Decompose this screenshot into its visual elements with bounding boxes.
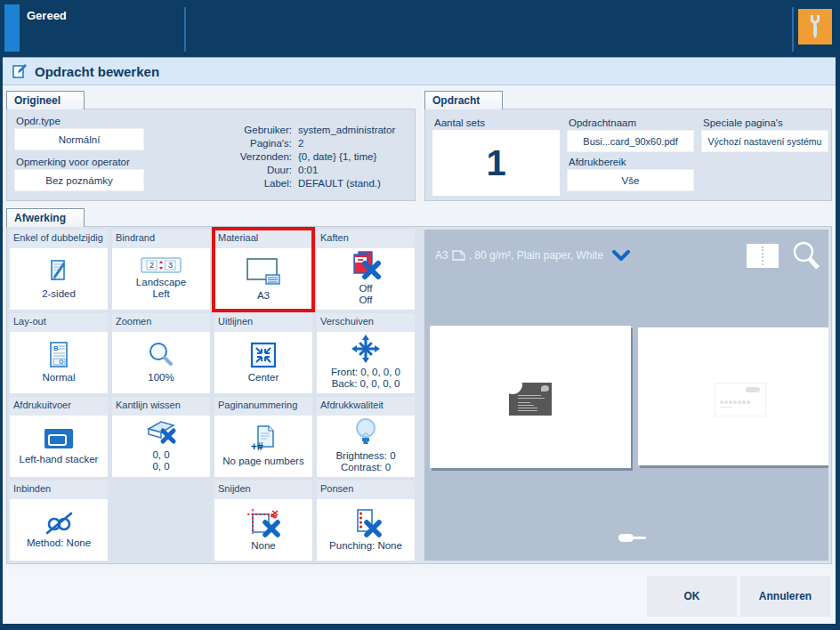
settings-button[interactable] (798, 9, 832, 44)
business-card-front (509, 383, 552, 416)
media-details-text: , 80 g/m², Plain paper, White (469, 249, 603, 262)
tile-kantlijn-wissen[interactable]: Kantlijn wissen 0, 0 0, 0 (112, 397, 210, 477)
tab-opdracht[interactable]: Opdracht (424, 91, 503, 109)
card-text-line (518, 402, 530, 403)
status-accent-bar (4, 4, 20, 52)
card-swoosh (509, 383, 522, 394)
preview-page-back[interactable] (638, 327, 828, 465)
move-arrows-icon (351, 334, 381, 364)
covers-off-icon (350, 250, 382, 280)
operator-note-label: Opmerking voor operator (14, 154, 144, 169)
application-window: Gereed Opdracht bewerken (0, 0, 840, 630)
cancel-button[interactable]: Annuleren (740, 576, 830, 617)
media-summary-dropdown[interactable]: A3 , 80 g/m², Plain paper, White (435, 249, 630, 262)
tab-origineel[interactable]: Origineel (6, 91, 85, 109)
info-row-pages: Pagina's:2 (194, 137, 408, 150)
info-row-duration: Duur:0:01 (194, 164, 408, 177)
tile-uitlijnen[interactable]: Uitlijnen Center (214, 313, 312, 393)
section-afwerking: Afwerking Enkel of dubbelzijdig 2- (6, 208, 832, 564)
tile-paginanummering[interactable]: Paginanummering +# No page numbers (214, 397, 312, 477)
tile-ponsen[interactable]: Ponsen Punching: None (317, 481, 415, 561)
tile-afdrukuitvoer[interactable]: Afdrukuitvoer Left-hand stacker (10, 397, 108, 477)
card-text-line (518, 398, 545, 399)
print-range-label: Afdrukbereik (567, 154, 694, 169)
align-center-icon (249, 341, 278, 369)
sheet-icon (452, 250, 465, 261)
print-range-button[interactable]: Vše (567, 169, 694, 191)
sets-count-value: 1 (486, 143, 505, 183)
card-dots (720, 400, 750, 404)
finishing-tiles-grid: Enkel of dubbelzijdig 2-sided (10, 230, 419, 561)
sets-count-button[interactable]: 1 (432, 130, 560, 196)
media-size-text: A3 (435, 249, 448, 262)
preview-page-front[interactable] (430, 326, 631, 468)
operator-note-button[interactable]: Bez poznámky (14, 169, 144, 191)
trim-cross-icon (246, 507, 281, 537)
booklet-view-icon[interactable] (747, 244, 779, 268)
status-text: Gereed (27, 9, 67, 22)
dialog-titlebar: Opdracht bewerken (3, 58, 836, 85)
binding-rings-icon (43, 510, 75, 535)
section-opdracht: Opdracht Aantal sets 1 Opdrachtnaam Busi… (424, 91, 832, 201)
info-row-user: Gebruiker:system_administrator (194, 124, 408, 137)
job-name-label: Opdrachtnaam (567, 115, 694, 130)
business-card-back (715, 383, 766, 416)
chevron-down-icon (612, 250, 630, 261)
info-row-label: Label:DEFAULT (stand.) (194, 177, 408, 190)
card-text-line (518, 408, 537, 408)
tile-verschuiven[interactable]: Verschuiven (317, 313, 415, 393)
tile-zoomen[interactable]: Zoomen 100% (112, 313, 210, 393)
tile-kaften[interactable]: Kaften Off Off (317, 230, 415, 310)
status-bar: Gereed (0, 0, 840, 55)
page-number-icon: +# (249, 424, 278, 453)
page-title: Opdracht bewerken (35, 64, 159, 79)
magnifier-icon (147, 341, 175, 369)
info-row-sent: Verzonden:{0, date} {1, time} (194, 150, 408, 164)
preview-pane: A3 , 80 g/m², Plain paper, White (424, 230, 828, 561)
bulb-icon (353, 417, 378, 448)
tile-duplex[interactable]: Enkel of dubbelzijdig 2-sided (10, 230, 108, 310)
ok-button[interactable]: OK (647, 576, 737, 617)
card-logo (541, 385, 549, 392)
tile-bindrand[interactable]: Bindrand 2 3 Landscape Lef (112, 230, 210, 310)
zoom-preview-icon[interactable] (791, 240, 820, 271)
stacker-tray-icon (43, 426, 75, 451)
card-text-line (518, 405, 534, 406)
tile-snijden[interactable]: Snijden (214, 481, 312, 561)
svg-text:3: 3 (168, 261, 173, 270)
topbar-divider (184, 7, 186, 52)
edit-document-icon (12, 63, 28, 79)
dialog-footer: OK Annuleren (3, 569, 836, 624)
duplex-page-icon (45, 257, 72, 286)
layout-page-icon: B (46, 341, 71, 369)
special-pages-button[interactable]: Výchozí nastavení systému (701, 130, 828, 152)
punch-cross-icon (350, 507, 382, 537)
svg-text:B: B (53, 344, 59, 352)
tab-afwerking[interactable]: Afwerking (6, 208, 85, 227)
card-logo-back (746, 387, 760, 392)
special-pages-label: Speciale pagina's (701, 115, 828, 130)
wrench-icon (804, 13, 827, 40)
card-text-line (518, 395, 541, 396)
slider-track (632, 537, 646, 539)
sets-label: Aantal sets (432, 115, 560, 130)
tile-afdrukkwaliteit[interactable]: Afdrukkwaliteit Brightness: 0 Contrast: … (317, 397, 415, 477)
edit-job-dialog: Opdracht bewerken Origineel Opdr.type No… (3, 57, 836, 624)
job-type-label: Opdr.type (14, 113, 144, 128)
tile-inbinden[interactable]: Inbinden Method: None (10, 481, 108, 561)
binding-edge-icon: 2 3 (141, 256, 182, 274)
eraser-cross-icon (143, 418, 179, 447)
media-sheet-icon (243, 255, 284, 287)
job-info-block: Gebruiker:system_administrator Pagina's:… (194, 124, 408, 190)
section-origineel: Origineel Opdr.type Normální Opmerking v… (6, 91, 416, 201)
tile-layout[interactable]: Lay-out B Normal (10, 313, 108, 393)
job-type-button[interactable]: Normální (14, 128, 144, 150)
tile-materiaal[interactable]: Materiaal A3 (214, 230, 312, 310)
job-name-button[interactable]: Busi...card_90x60.pdf (567, 130, 694, 152)
card-text-line (518, 410, 537, 411)
preview-zoom-slider[interactable] (618, 534, 646, 542)
top-sections: Origineel Opdr.type Normální Opmerking v… (6, 91, 832, 201)
card-text-line (720, 407, 732, 408)
topbar-divider (792, 7, 794, 52)
svg-text:2: 2 (149, 261, 154, 270)
